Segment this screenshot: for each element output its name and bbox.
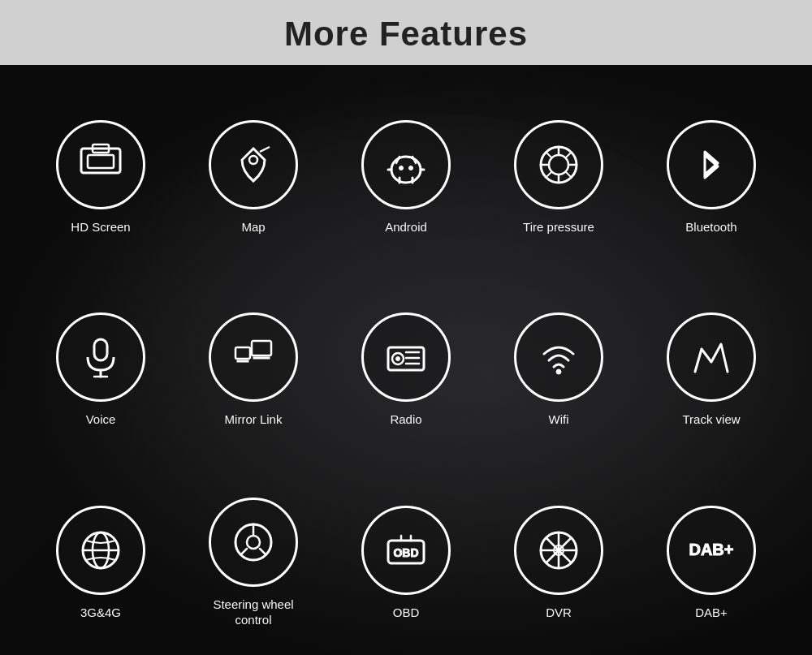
svg-point-11 [409,166,413,170]
header: More Features [0,0,812,65]
feature-mirror-link: Mirror Link [177,274,330,466]
svg-line-36 [260,549,266,554]
feature-dvr: DVR [482,467,635,655]
svg-point-27 [396,357,400,361]
feature-hd-screen: HD Screen [24,81,177,274]
feature-radio: Radio [330,274,482,466]
svg-point-33 [247,536,260,549]
android-label: Android [385,219,427,235]
feature-track-view: Track view [635,274,788,466]
feature-map: Map [177,81,330,274]
voice-icon-circle [56,312,145,402]
svg-line-35 [241,549,247,554]
feature-dab: DAB+DAB+ [635,467,788,655]
map-icon-circle [209,120,298,209]
track-view-label: Track view [682,412,740,428]
map-label: Map [241,219,265,235]
svg-text:DAB+: DAB+ [689,541,733,558]
svg-point-28 [556,369,561,374]
svg-rect-18 [235,347,250,359]
svg-text:OBD: OBD [393,546,418,559]
feature-wifi: Wifi [482,274,635,466]
feature-3g4g: 3G&4G [24,467,177,655]
svg-rect-14 [94,339,107,360]
dvr-label: DVR [546,605,572,621]
obd-icon-circle: OBD [361,506,451,595]
track-view-icon-circle [667,312,756,402]
radio-label: Radio [390,412,421,428]
voice-label: Voice [86,412,116,428]
3g4g-icon-circle [56,506,145,595]
wifi-icon-circle [514,312,603,402]
feature-bluetooth: Bluetooth [635,81,788,274]
svg-rect-21 [237,360,248,362]
bluetooth-label: Bluetooth [685,219,736,235]
feature-steering-wheel: Steering wheel control [177,467,330,655]
page-title: More Features [0,15,812,54]
features-grid: HD ScreenMapAndroidTire pressureBluetoot… [0,65,812,655]
svg-rect-20 [253,357,270,359]
svg-rect-17 [252,341,271,356]
hd-screen-icon-circle [56,120,145,209]
wifi-label: Wifi [549,412,569,428]
feature-android: Android [330,81,482,274]
steering-wheel-label: Steering wheel control [213,597,293,628]
tire-pressure-icon-circle [514,120,603,209]
dvr-icon-circle [514,506,603,595]
feature-tire-pressure: Tire pressure [482,81,635,274]
hd-screen-label: HD Screen [71,219,130,235]
steering-wheel-icon-circle [209,498,298,587]
dab-icon-circle: DAB+ [667,506,756,595]
mirror-link-label: Mirror Link [225,412,283,428]
svg-point-5 [391,157,421,183]
feature-obd: OBDOBD [330,467,482,655]
svg-point-4 [249,156,257,164]
feature-voice: Voice [24,274,177,466]
bluetooth-icon-circle [667,120,756,209]
main-content: HD ScreenMapAndroidTire pressureBluetoot… [0,65,812,655]
tire-pressure-label: Tire pressure [523,219,594,235]
obd-label: OBD [393,605,420,621]
3g4g-label: 3G&4G [80,605,121,621]
dab-label: DAB+ [695,605,728,621]
android-icon-circle [361,120,451,209]
svg-point-10 [400,166,404,170]
svg-rect-2 [88,155,114,168]
mirror-link-icon-circle [209,312,298,402]
radio-icon-circle [361,312,451,402]
